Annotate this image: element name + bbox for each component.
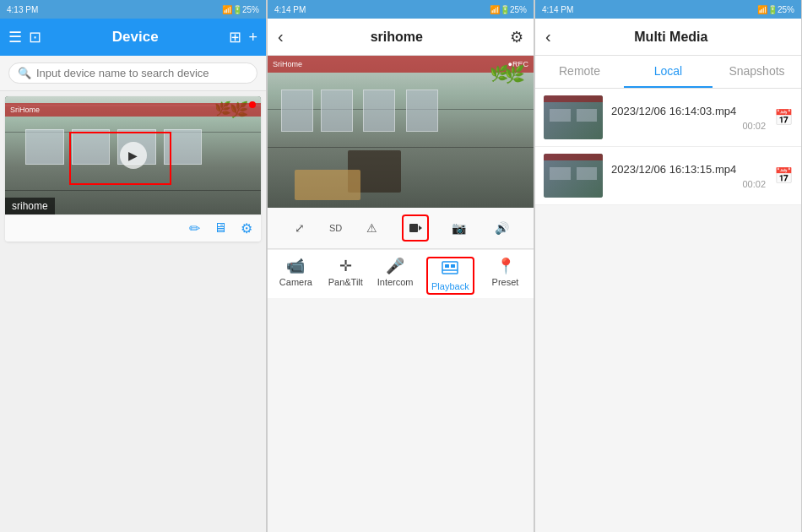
nav-playback[interactable]: Playback	[426, 257, 474, 295]
media-item-1[interactable]: 2023/12/06 16:14:03.mp4 00:02 📅	[535, 89, 801, 147]
edit-icon[interactable]: ✏	[189, 220, 200, 236]
menu-icon[interactable]: ☰	[8, 28, 22, 46]
live-video[interactable]: SriHome ●REC 🌿 🌿	[268, 56, 534, 208]
status-bar-2: 4:14 PM 📶🔋25%	[268, 0, 534, 19]
status-bar-3: 4:14 PM 📶🔋25%	[535, 0, 801, 19]
status-icons-3: 📶🔋25%	[757, 5, 794, 14]
status-time-2: 4:14 PM	[274, 5, 306, 14]
device-name-label: srihome	[5, 198, 55, 214]
alert-button[interactable]: ⚠	[358, 214, 385, 242]
snapshot-button[interactable]: 📷	[445, 214, 472, 242]
pantilt-label: Pan&Tilt	[328, 277, 363, 287]
bottom-nav: 📹 Camera ✛ Pan&Tilt 🎤 Intercom Playback	[268, 249, 534, 298]
search-section: 🔍	[0, 56, 266, 91]
live-title: srihome	[284, 30, 510, 45]
device-title: Device	[48, 29, 222, 46]
pantilt-icon: ✛	[339, 257, 352, 275]
search-input[interactable]	[36, 67, 248, 79]
empty-area	[268, 298, 534, 532]
controls-bar: ⤢ SD ⚠ 📷 🔊	[268, 208, 534, 249]
search-icon: 🔍	[18, 67, 31, 79]
nav-preset[interactable]: 📍 Preset	[487, 257, 524, 295]
camera-icon: 📹	[286, 257, 305, 275]
card-actions: ✏ 🖥 ⚙	[5, 214, 261, 242]
device-header: ☰ ⊡ Device ⊞ +	[0, 19, 266, 56]
multimedia-title: Multi Media	[551, 30, 791, 45]
panel-live: 4:14 PM 📶🔋25% ‹ srihome ⚙ SriHome ●REC 🌿…	[268, 0, 534, 532]
filename-1: 2023/12/06 16:14:03.mp4	[611, 105, 766, 117]
play-button[interactable]: ▶	[120, 142, 147, 169]
expand-button[interactable]: ⤢	[286, 214, 313, 242]
playback-icon	[442, 260, 458, 280]
back-button-2[interactable]: ‹	[278, 27, 284, 46]
panel-device: 4:13 PM 📶🔋25% ☰ ⊡ Device ⊞ + 🔍 🌿	[0, 0, 267, 532]
panel-multimedia: 4:14 PM 📶🔋25% ‹ Multi Media Remote Local…	[535, 0, 802, 532]
preset-label: Preset	[492, 277, 519, 287]
svg-rect-0	[409, 224, 418, 232]
volume-button[interactable]: 🔊	[488, 214, 515, 242]
video-feed: SriHome ●REC 🌿 🌿	[268, 56, 534, 208]
svg-rect-3	[445, 264, 449, 268]
preset-icon: 📍	[496, 257, 515, 275]
record-button[interactable]	[402, 214, 429, 242]
recording-dot	[249, 101, 256, 108]
grid-icon[interactable]: ⊞	[229, 28, 241, 46]
record-icon	[408, 220, 423, 236]
filename-2: 2023/12/06 16:13:15.mp4	[611, 163, 766, 176]
meta-1: 2023/12/06 16:14:03.mp4 00:02	[611, 105, 766, 131]
status-time-3: 4:14 PM	[542, 5, 573, 14]
tab-remote[interactable]: Remote	[535, 56, 624, 88]
svg-rect-2	[442, 262, 458, 274]
intercom-icon: 🎤	[386, 257, 404, 275]
duration-1: 00:02	[611, 121, 766, 131]
calendar-icon-1[interactable]: 📅	[774, 108, 793, 127]
thumb-2	[544, 154, 603, 198]
meta-2: 2023/12/06 16:13:15.mp4 00:02	[611, 163, 766, 189]
status-icons-1: 📶🔋25%	[222, 5, 259, 14]
camera-label: Camera	[279, 277, 312, 287]
tab-snapshots[interactable]: Snapshots	[713, 56, 801, 88]
media-item-2[interactable]: 2023/12/06 16:13:15.mp4 00:02 📅	[535, 147, 801, 205]
add-device-icon[interactable]: +	[248, 29, 257, 46]
intercom-label: Intercom	[377, 277, 414, 287]
nav-intercom[interactable]: 🎤 Intercom	[377, 257, 414, 295]
device-settings-icon[interactable]: ⚙	[241, 220, 252, 236]
media-list: 2023/12/06 16:14:03.mp4 00:02 📅 2023/12/…	[535, 89, 801, 532]
nav-camera[interactable]: 📹 Camera	[277, 257, 314, 295]
svg-rect-4	[451, 264, 455, 268]
thumb-1	[544, 95, 603, 139]
search-box: 🔍	[8, 62, 257, 84]
tab-local[interactable]: Local	[624, 56, 713, 88]
svg-marker-1	[419, 225, 422, 231]
media-tabs: Remote Local Snapshots	[535, 56, 801, 89]
expand-icon[interactable]: ⊡	[29, 28, 41, 46]
settings-icon-2[interactable]: ⚙	[510, 28, 523, 46]
calendar-icon-2[interactable]: 📅	[774, 166, 793, 185]
status-icons-2: 📶🔋25%	[490, 5, 527, 14]
live-header: ‹ srihome ⚙	[268, 19, 534, 56]
playback-label: Playback	[431, 281, 469, 291]
multimedia-header: ‹ Multi Media	[535, 19, 801, 56]
quality-button[interactable]: SD	[329, 223, 342, 233]
monitor-icon[interactable]: 🖥	[214, 220, 227, 236]
device-card: 🌿 🌿 SriHome ▶ srihome ✏	[5, 96, 261, 242]
back-button-3[interactable]: ‹	[545, 27, 551, 46]
duration-2: 00:02	[611, 179, 766, 189]
status-time-1: 4:13 PM	[7, 5, 38, 14]
status-bar-1: 4:13 PM 📶🔋25%	[0, 0, 266, 19]
camera-view[interactable]: 🌿 🌿 SriHome ▶ srihome	[5, 96, 261, 214]
device-list: 🌿 🌿 SriHome ▶ srihome ✏	[0, 91, 266, 532]
nav-pantilt[interactable]: ✛ Pan&Tilt	[327, 257, 364, 295]
